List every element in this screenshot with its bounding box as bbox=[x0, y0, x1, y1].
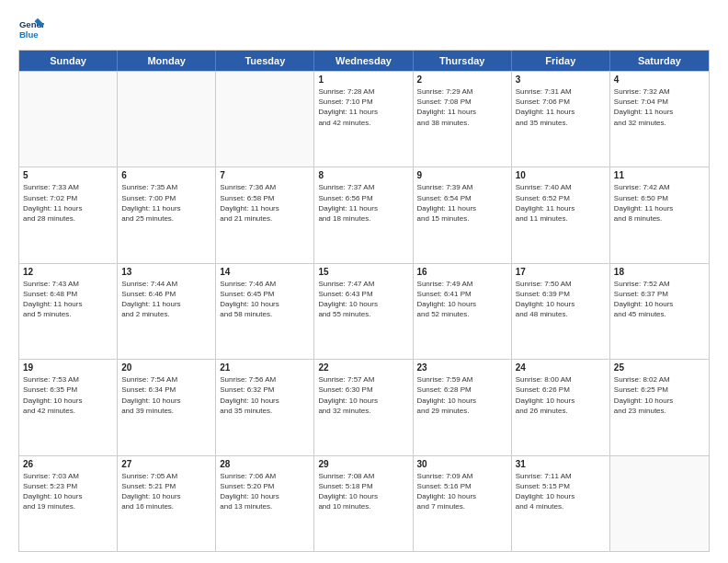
day-details: Sunrise: 7:40 AM Sunset: 6:52 PM Dayligh… bbox=[516, 182, 606, 224]
day-details: Sunrise: 7:46 AM Sunset: 6:45 PM Dayligh… bbox=[220, 279, 310, 320]
calendar-cell: 5Sunrise: 7:33 AM Sunset: 7:02 PM Daylig… bbox=[19, 167, 118, 262]
day-number: 18 bbox=[614, 267, 705, 277]
day-details: Sunrise: 7:39 AM Sunset: 6:54 PM Dayligh… bbox=[417, 182, 507, 224]
day-details: Sunrise: 7:32 AM Sunset: 7:04 PM Dayligh… bbox=[614, 86, 705, 128]
calendar-cell: 26Sunrise: 7:03 AM Sunset: 5:23 PM Dayli… bbox=[19, 456, 118, 551]
calendar-cell: 20Sunrise: 7:54 AM Sunset: 6:34 PM Dayli… bbox=[118, 360, 216, 454]
calendar-cell: 11Sunrise: 7:42 AM Sunset: 6:50 PM Dayli… bbox=[610, 167, 709, 262]
day-number: 26 bbox=[23, 459, 113, 469]
calendar-row: 5Sunrise: 7:33 AM Sunset: 7:02 PM Daylig… bbox=[19, 167, 709, 262]
day-number: 29 bbox=[318, 459, 408, 469]
calendar-cell: 14Sunrise: 7:46 AM Sunset: 6:45 PM Dayli… bbox=[216, 264, 314, 359]
day-number: 23 bbox=[417, 362, 507, 373]
day-details: Sunrise: 7:28 AM Sunset: 7:10 PM Dayligh… bbox=[318, 86, 408, 128]
header: General Blue bbox=[18, 17, 710, 42]
calendar-cell: 21Sunrise: 7:56 AM Sunset: 6:32 PM Dayli… bbox=[216, 360, 314, 454]
calendar-cell bbox=[118, 72, 216, 167]
day-number: 20 bbox=[121, 362, 211, 373]
calendar-cell: 8Sunrise: 7:37 AM Sunset: 6:56 PM Daylig… bbox=[314, 167, 413, 262]
calendar-cell: 17Sunrise: 7:50 AM Sunset: 6:39 PM Dayli… bbox=[512, 264, 610, 359]
calendar-cell: 10Sunrise: 7:40 AM Sunset: 6:52 PM Dayli… bbox=[512, 167, 610, 262]
day-number: 7 bbox=[220, 170, 310, 180]
day-details: Sunrise: 7:53 AM Sunset: 6:35 PM Dayligh… bbox=[23, 374, 113, 416]
calendar-cell: 19Sunrise: 7:53 AM Sunset: 6:35 PM Dayli… bbox=[19, 360, 118, 454]
calendar-cell: 7Sunrise: 7:36 AM Sunset: 6:58 PM Daylig… bbox=[216, 167, 314, 262]
day-number: 8 bbox=[318, 170, 408, 180]
day-number: 28 bbox=[220, 459, 310, 469]
day-number: 5 bbox=[23, 170, 113, 180]
logo-icon: General Blue bbox=[18, 17, 44, 42]
calendar-cell: 23Sunrise: 7:59 AM Sunset: 6:28 PM Dayli… bbox=[414, 360, 512, 454]
calendar-row: 19Sunrise: 7:53 AM Sunset: 6:35 PM Dayli… bbox=[19, 359, 709, 454]
day-details: Sunrise: 7:37 AM Sunset: 6:56 PM Dayligh… bbox=[318, 182, 408, 224]
weekday-header: Thursday bbox=[414, 51, 512, 71]
logo: General Blue bbox=[18, 17, 44, 42]
day-number: 25 bbox=[614, 362, 705, 373]
day-number: 17 bbox=[516, 267, 606, 277]
day-details: Sunrise: 7:47 AM Sunset: 6:43 PM Dayligh… bbox=[318, 279, 408, 320]
calendar-row: 26Sunrise: 7:03 AM Sunset: 5:23 PM Dayli… bbox=[19, 455, 709, 551]
day-number: 12 bbox=[23, 267, 113, 277]
weekday-header: Monday bbox=[118, 51, 216, 71]
calendar: SundayMondayTuesdayWednesdayThursdayFrid… bbox=[18, 50, 710, 552]
calendar-cell: 9Sunrise: 7:39 AM Sunset: 6:54 PM Daylig… bbox=[414, 167, 512, 262]
calendar-cell: 25Sunrise: 8:02 AM Sunset: 6:25 PM Dayli… bbox=[610, 360, 709, 454]
day-details: Sunrise: 7:03 AM Sunset: 5:23 PM Dayligh… bbox=[23, 471, 113, 512]
day-number: 11 bbox=[614, 170, 705, 180]
calendar-cell: 4Sunrise: 7:32 AM Sunset: 7:04 PM Daylig… bbox=[610, 72, 709, 167]
day-details: Sunrise: 7:56 AM Sunset: 6:32 PM Dayligh… bbox=[220, 374, 310, 416]
day-number: 1 bbox=[318, 75, 408, 85]
day-details: Sunrise: 7:59 AM Sunset: 6:28 PM Dayligh… bbox=[417, 374, 507, 416]
day-number: 2 bbox=[417, 75, 507, 85]
calendar-cell: 2Sunrise: 7:29 AM Sunset: 7:08 PM Daylig… bbox=[414, 72, 512, 167]
calendar-cell: 15Sunrise: 7:47 AM Sunset: 6:43 PM Dayli… bbox=[314, 264, 413, 359]
day-details: Sunrise: 7:05 AM Sunset: 5:21 PM Dayligh… bbox=[121, 471, 211, 512]
calendar-cell: 24Sunrise: 8:00 AM Sunset: 6:26 PM Dayli… bbox=[512, 360, 610, 454]
weekday-header: Friday bbox=[512, 51, 610, 71]
calendar-cell: 28Sunrise: 7:06 AM Sunset: 5:20 PM Dayli… bbox=[216, 456, 314, 551]
calendar-cell: 6Sunrise: 7:35 AM Sunset: 7:00 PM Daylig… bbox=[118, 167, 216, 262]
day-details: Sunrise: 7:08 AM Sunset: 5:18 PM Dayligh… bbox=[318, 471, 408, 512]
day-number: 9 bbox=[417, 170, 507, 180]
day-details: Sunrise: 7:11 AM Sunset: 5:15 PM Dayligh… bbox=[516, 471, 606, 512]
day-details: Sunrise: 8:00 AM Sunset: 6:26 PM Dayligh… bbox=[516, 374, 606, 416]
calendar-cell: 22Sunrise: 7:57 AM Sunset: 6:30 PM Dayli… bbox=[314, 360, 413, 454]
day-details: Sunrise: 7:52 AM Sunset: 6:37 PM Dayligh… bbox=[614, 279, 705, 320]
day-number: 16 bbox=[417, 267, 507, 277]
day-details: Sunrise: 7:44 AM Sunset: 6:46 PM Dayligh… bbox=[121, 279, 211, 320]
day-number: 19 bbox=[23, 362, 113, 373]
calendar-header: SundayMondayTuesdayWednesdayThursdayFrid… bbox=[19, 51, 709, 71]
calendar-cell: 30Sunrise: 7:09 AM Sunset: 5:16 PM Dayli… bbox=[414, 456, 512, 551]
calendar-row: 12Sunrise: 7:43 AM Sunset: 6:48 PM Dayli… bbox=[19, 263, 709, 359]
calendar-cell: 3Sunrise: 7:31 AM Sunset: 7:06 PM Daylig… bbox=[512, 72, 610, 167]
day-number: 15 bbox=[318, 267, 408, 277]
calendar-cell: 18Sunrise: 7:52 AM Sunset: 6:37 PM Dayli… bbox=[610, 264, 709, 359]
day-number: 13 bbox=[121, 267, 211, 277]
day-number: 27 bbox=[121, 459, 211, 469]
svg-text:Blue: Blue bbox=[19, 29, 39, 40]
day-number: 30 bbox=[417, 459, 507, 469]
day-details: Sunrise: 7:35 AM Sunset: 7:00 PM Dayligh… bbox=[121, 182, 211, 224]
calendar-cell: 13Sunrise: 7:44 AM Sunset: 6:46 PM Dayli… bbox=[118, 264, 216, 359]
day-number: 31 bbox=[516, 459, 606, 469]
day-number: 3 bbox=[516, 75, 606, 85]
calendar-cell: 29Sunrise: 7:08 AM Sunset: 5:18 PM Dayli… bbox=[314, 456, 413, 551]
day-details: Sunrise: 7:50 AM Sunset: 6:39 PM Dayligh… bbox=[516, 279, 606, 320]
calendar-cell bbox=[19, 72, 118, 167]
day-number: 21 bbox=[220, 362, 310, 373]
weekday-header: Sunday bbox=[19, 51, 118, 71]
day-details: Sunrise: 7:29 AM Sunset: 7:08 PM Dayligh… bbox=[417, 86, 507, 128]
calendar-cell bbox=[610, 456, 709, 551]
weekday-header: Saturday bbox=[610, 51, 709, 71]
calendar-body: 1Sunrise: 7:28 AM Sunset: 7:10 PM Daylig… bbox=[19, 71, 709, 551]
calendar-row: 1Sunrise: 7:28 AM Sunset: 7:10 PM Daylig… bbox=[19, 71, 709, 167]
day-details: Sunrise: 7:54 AM Sunset: 6:34 PM Dayligh… bbox=[121, 374, 211, 416]
day-details: Sunrise: 7:06 AM Sunset: 5:20 PM Dayligh… bbox=[220, 471, 310, 512]
day-details: Sunrise: 7:33 AM Sunset: 7:02 PM Dayligh… bbox=[23, 182, 113, 224]
calendar-cell: 27Sunrise: 7:05 AM Sunset: 5:21 PM Dayli… bbox=[118, 456, 216, 551]
weekday-header: Tuesday bbox=[216, 51, 314, 71]
page: General Blue SundayMondayTuesdayWednesda… bbox=[0, 0, 728, 563]
day-number: 24 bbox=[516, 362, 606, 373]
calendar-cell: 12Sunrise: 7:43 AM Sunset: 6:48 PM Dayli… bbox=[19, 264, 118, 359]
weekday-header: Wednesday bbox=[314, 51, 413, 71]
